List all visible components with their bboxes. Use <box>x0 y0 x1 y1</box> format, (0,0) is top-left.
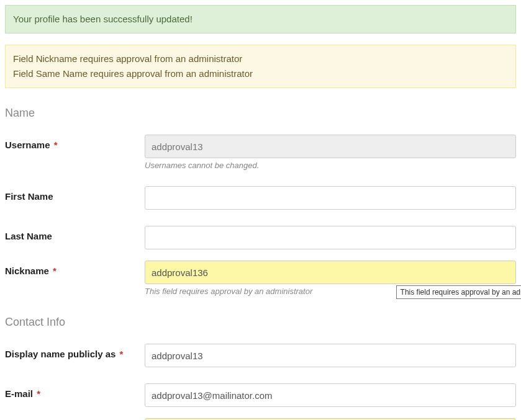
section-title-name: Name <box>5 107 516 120</box>
label-nickname: Nickname * <box>5 266 57 276</box>
label-email: E-mail * <box>5 388 40 399</box>
success-alert-text: Your profile has been successfully updat… <box>13 14 193 24</box>
first-name-input[interactable] <box>145 186 516 210</box>
warning-line-2: Field Same Name requires approval from a… <box>13 66 508 81</box>
success-alert: Your profile has been successfully updat… <box>5 5 516 34</box>
last-name-input[interactable] <box>145 226 516 249</box>
label-username: Username * <box>5 140 58 150</box>
row-username: Username * Usernames cannot be changed. <box>5 135 516 170</box>
nickname-input[interactable] <box>145 261 516 284</box>
row-first-name: First Name <box>5 186 516 210</box>
label-first-name: First Name <box>5 191 53 202</box>
row-display-name: Display name publicly as * <box>5 344 516 367</box>
required-mark: * <box>120 349 124 359</box>
row-nickname-group: Nickname * This field requires approval … <box>5 261 516 296</box>
email-input[interactable] <box>145 383 516 407</box>
warning-alert: Field Nickname requires approval from an… <box>5 45 516 88</box>
row-last-name: Last Name <box>5 226 516 249</box>
label-display-name: Display name publicly as * <box>5 349 123 359</box>
approval-tooltip: This field requires approval by an admin… <box>396 285 521 299</box>
display-name-input[interactable] <box>145 344 516 367</box>
required-mark: * <box>37 388 40 399</box>
row-email: E-mail * <box>5 383 516 407</box>
required-mark: * <box>53 266 57 276</box>
warning-line-1: Field Nickname requires approval from an… <box>13 51 508 66</box>
username-input <box>145 135 516 158</box>
required-mark: * <box>54 140 58 150</box>
username-helper: Usernames cannot be changed. <box>145 161 516 170</box>
label-last-name: Last Name <box>5 231 52 241</box>
section-title-contact: Contact Info <box>5 316 516 329</box>
